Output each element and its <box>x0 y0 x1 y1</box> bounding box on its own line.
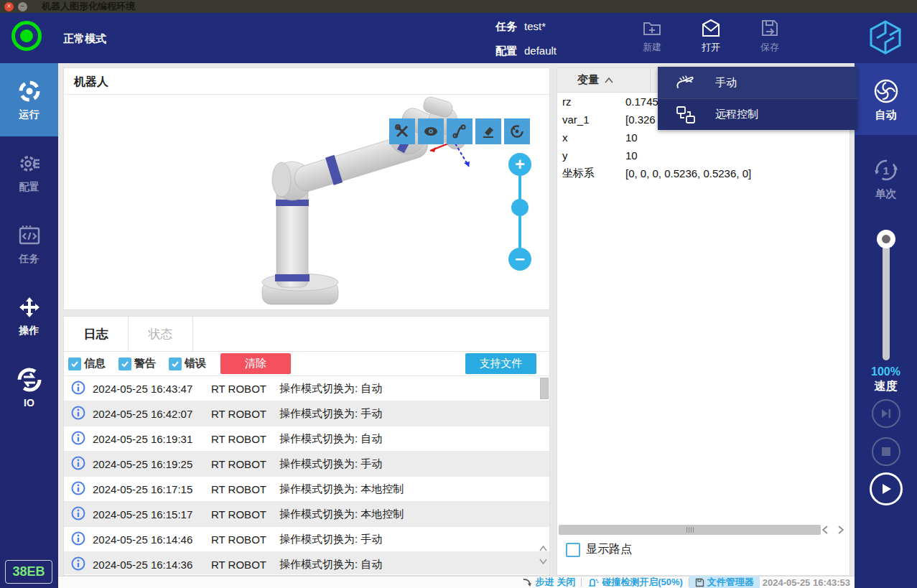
auto-label: 自动 <box>875 108 897 122</box>
app-header: 正常模式 任务test* 配置default 新建 打开 保存 <box>0 13 917 63</box>
sidebar-item-config[interactable]: 配置 <box>0 136 58 208</box>
close-icon[interactable]: × <box>4 2 14 11</box>
filter-warn-label: 警告 <box>134 357 156 370</box>
mode-label: 正常模式 <box>63 32 106 46</box>
svg-text:1: 1 <box>883 164 888 177</box>
filter-info-checkbox[interactable]: 信息 <box>68 357 106 370</box>
clear-button[interactable]: 清除 <box>220 353 291 374</box>
log-row[interactable]: 2024-05-25 16:17:15 RT ROBOT 操作模式切换为: 本地… <box>64 477 549 502</box>
tab-log[interactable]: 日志 <box>64 317 129 351</box>
info-icon <box>71 481 93 498</box>
speed-slider-knob[interactable] <box>877 230 895 248</box>
sidebar-item-label: 任务 <box>19 253 39 266</box>
sidebar-item-operate[interactable]: 操作 <box>0 280 58 352</box>
stop-button[interactable] <box>872 437 900 466</box>
log-filterbar: 信息 警告 错误 清除 支持文件 <box>64 352 549 376</box>
zoom-slider-knob[interactable] <box>511 199 529 216</box>
variable-value: [0.326 <box>625 113 656 126</box>
menu-item-manual[interactable]: 手动 <box>658 67 857 98</box>
variable-row[interactable]: x 10 <box>557 129 849 146</box>
zoom-out-button[interactable]: − <box>508 248 531 271</box>
sidebar-item-single[interactable]: 1 单次 <box>855 145 917 211</box>
task-value: test* <box>524 20 546 32</box>
info-icon <box>71 556 93 573</box>
scroll-left-button[interactable] <box>819 525 831 535</box>
step-mode-indicator[interactable]: 步进 关闭 <box>516 576 582 588</box>
open-button[interactable]: 打开 <box>694 17 727 54</box>
scroll-right-button[interactable] <box>835 525 847 535</box>
remote-control-icon <box>675 104 697 126</box>
step-forward-button[interactable] <box>872 399 900 428</box>
log-row[interactable]: 2024-05-25 16:15:17 RT ROBOT 操作模式切换为: 本地… <box>64 502 549 527</box>
robot-view-toolbar <box>389 118 530 144</box>
save-button[interactable]: 保存 <box>753 17 786 54</box>
tools-button[interactable] <box>389 118 415 144</box>
speed-slider[interactable] <box>883 230 890 360</box>
variable-value: 0.1745 <box>625 95 658 108</box>
scroll-up-button[interactable] <box>538 542 549 555</box>
file-manager-button[interactable]: 文件管理器 <box>689 576 760 588</box>
variable-row[interactable]: y 10 <box>557 146 849 164</box>
sidebar-item-label: 配置 <box>19 181 39 194</box>
chevron-up-icon <box>605 78 613 83</box>
log-message: 操作模式切换为: 本地控制 <box>279 508 404 521</box>
status-bar: 步进 关闭 碰撞检测开启(50%) 文件管理器 2024-05-25 16:43… <box>58 576 855 588</box>
log-panel: 日志 状态 信息 警告 错误 清除 支持文件 2024-05-25 16: <box>63 316 550 576</box>
collision-indicator[interactable]: 碰撞检测开启(50%) <box>582 576 689 588</box>
filter-warn-checkbox[interactable]: 警告 <box>118 357 156 370</box>
variable-row[interactable]: 坐标系 [0, 0, 0, 0.5236, 0.5236, 0] <box>557 164 849 182</box>
window-title: 机器人图形化编程环境 <box>42 0 135 13</box>
log-time: 2024-05-25 16:14:36 <box>93 559 211 571</box>
status-badge: 38EB <box>5 560 52 584</box>
variables-hscrollbar[interactable] <box>559 525 821 535</box>
show-waypoints-checkbox[interactable]: 显示路点 <box>566 542 632 557</box>
filter-error-checkbox[interactable]: 错误 <box>169 357 206 370</box>
variable-value: 10 <box>625 149 638 162</box>
view-zoom-control: + − <box>508 153 532 271</box>
log-row[interactable]: 2024-05-25 16:14:36 RT ROBOT 操作模式切换为: 自动 <box>64 552 549 574</box>
stop-icon <box>881 447 891 457</box>
sidebar-item-label: 操作 <box>19 325 39 337</box>
speed-slider-track[interactable] <box>883 237 890 360</box>
sidebar-item-task[interactable]: 任务 <box>0 208 58 280</box>
run-icon <box>17 78 42 104</box>
log-row[interactable]: 2024-05-25 16:19:25 RT ROBOT 操作模式切换为: 手动 <box>64 452 549 477</box>
tab-status[interactable]: 状态 <box>129 317 193 351</box>
log-message: 操作模式切换为: 自动 <box>279 432 382 446</box>
path-button[interactable] <box>447 118 473 144</box>
open-label: 打开 <box>702 41 720 54</box>
log-message: 操作模式切换为: 自动 <box>279 382 382 396</box>
visibility-button[interactable] <box>418 118 444 144</box>
menu-item-remote-control[interactable]: 远程控制 <box>658 98 857 130</box>
new-label: 新建 <box>643 41 661 54</box>
log-scrollbar-thumb[interactable] <box>540 378 549 399</box>
checkbox-checked-icon <box>68 358 81 370</box>
reset-view-button[interactable] <box>504 118 530 144</box>
log-time: 2024-05-25 16:43:47 <box>93 383 211 395</box>
erase-button[interactable] <box>475 118 501 144</box>
zoom-in-button[interactable]: + <box>508 153 531 176</box>
minimize-icon[interactable]: − <box>18 2 27 11</box>
variable-name: rz <box>557 95 625 108</box>
scroll-down-button[interactable] <box>538 555 549 568</box>
move-arrows-icon <box>17 294 42 320</box>
log-scroll-buttons <box>538 542 549 568</box>
log-row[interactable]: 2024-05-25 16:19:31 RT ROBOT 操作模式切换为: 自动 <box>64 426 549 452</box>
log-time: 2024-05-25 16:42:07 <box>93 408 211 420</box>
filter-info-label: 信息 <box>84 357 106 370</box>
sidebar-item-auto[interactable]: 自动 <box>855 63 917 135</box>
log-row[interactable]: 2024-05-25 16:43:47 RT ROBOT 操作模式切换为: 自动 <box>64 376 549 401</box>
log-row[interactable]: 2024-05-25 16:42:07 RT ROBOT 操作模式切换为: 手动 <box>64 401 549 426</box>
sidebar-item-io[interactable]: IO <box>0 352 58 424</box>
support-files-button[interactable]: 支持文件 <box>465 353 536 374</box>
single-cycle-icon: 1 <box>872 156 900 185</box>
zoom-slider[interactable] <box>518 176 521 248</box>
play-button[interactable] <box>870 472 903 505</box>
right-sidebar: 自动 1 单次 100% 速度 <box>855 63 917 588</box>
window-titlebar: × − 机器人图形化编程环境 <box>0 0 917 13</box>
new-button[interactable]: 新建 <box>636 17 669 54</box>
log-source: RT ROBOT <box>211 433 279 445</box>
sidebar-item-run[interactable]: 运行 <box>0 63 58 136</box>
gear-icon <box>17 151 42 177</box>
log-row[interactable]: 2024-05-25 16:14:46 RT ROBOT 操作模式切换为: 手动 <box>64 527 549 552</box>
